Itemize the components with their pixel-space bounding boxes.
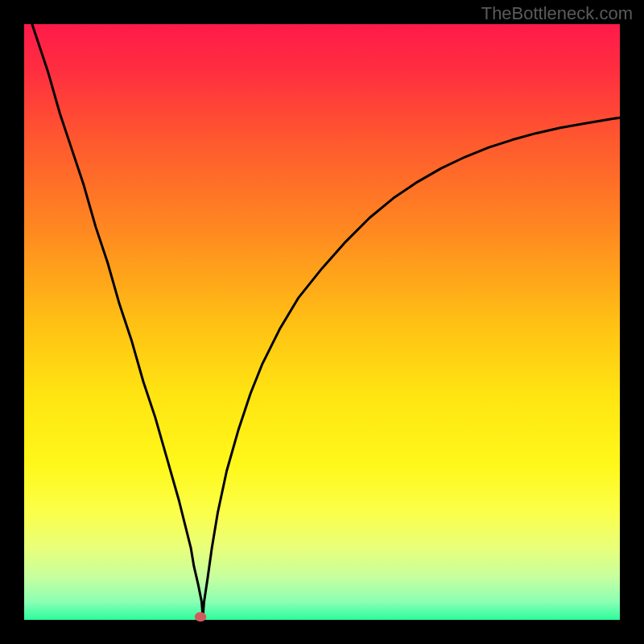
optimal-point-marker [195,612,206,621]
chart-background [24,24,620,620]
bottleneck-chart [0,0,644,644]
chart-container: TheBottleneck.com [0,0,644,644]
watermark-text: TheBottleneck.com [481,3,633,24]
